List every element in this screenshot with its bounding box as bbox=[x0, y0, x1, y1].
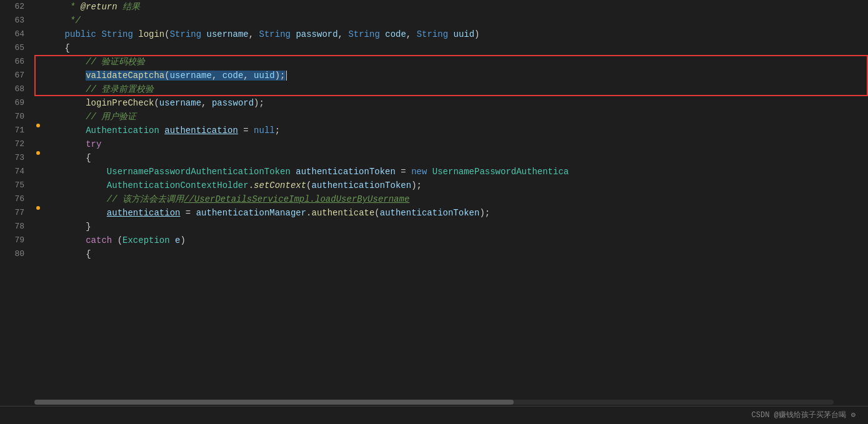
line-number-67: 67 bbox=[0, 69, 34, 82]
line-content-68: // 登录前置校验 bbox=[41, 82, 868, 96]
line-content-65: { bbox=[41, 41, 868, 55]
scrollbar-thumb[interactable] bbox=[34, 400, 514, 405]
bottom-bar: CSDN @赚钱给孩子买茅台喝 ⚙ bbox=[0, 406, 868, 424]
line-number-75: 75 bbox=[0, 179, 34, 192]
code-line-80: 80 { bbox=[0, 247, 868, 261]
line-number-78: 78 bbox=[0, 220, 34, 234]
gutter-dot-77 bbox=[36, 206, 40, 210]
line-number-69: 69 bbox=[0, 96, 34, 110]
line-number-63: 63 bbox=[0, 14, 34, 27]
gutter-77 bbox=[36, 206, 41, 210]
code-container: 62 * @return 结果 63 */ 64 public String l… bbox=[0, 0, 868, 398]
line-content-70: // 用户验证 bbox=[41, 110, 868, 124]
code-line-64: 64 public String login(String username, … bbox=[0, 27, 868, 41]
line-content-78: } bbox=[41, 220, 868, 234]
code-line-78: 78 } bbox=[0, 220, 868, 234]
code-line-65: 65 { bbox=[0, 41, 868, 55]
line-content-79: catch (Exception e) bbox=[41, 234, 868, 247]
line-content-75: AuthenticationContextHolder.setContext(a… bbox=[41, 179, 868, 192]
line-number-79: 79 bbox=[0, 234, 34, 247]
line-content-77: authentication = authenticationManager.a… bbox=[41, 206, 868, 220]
gutter-73 bbox=[36, 151, 41, 155]
code-line-69: 69 loginPreCheck(username, password); bbox=[0, 96, 868, 110]
horizontal-scrollbar[interactable] bbox=[34, 400, 834, 405]
line-number-71: 71 bbox=[0, 124, 34, 137]
code-line-79: 79 catch (Exception e) bbox=[0, 234, 868, 247]
gutter-71 bbox=[36, 124, 41, 127]
line-number-70: 70 bbox=[0, 110, 34, 124]
settings-icon: ⚙ bbox=[851, 410, 856, 420]
line-number-74: 74 bbox=[0, 165, 34, 179]
code-line-63: 63 */ bbox=[0, 14, 868, 27]
line-number-66: 66 bbox=[0, 55, 34, 69]
line-number-62: 62 bbox=[0, 0, 34, 14]
code-line-76: 76 // 该方法会去调用//UserDetailsServiceImpl.lo… bbox=[0, 192, 868, 206]
line-number-77: 77 bbox=[0, 206, 34, 220]
highlighted-block: 66 // 验证码校验 67 validateCaptcha(username,… bbox=[0, 55, 868, 96]
code-line-70: 70 // 用户验证 bbox=[0, 110, 868, 124]
code-line-74: 74 UsernamePasswordAuthenticationToken a… bbox=[0, 165, 868, 179]
code-line-67: 67 validateCaptcha(username, code, uuid)… bbox=[0, 69, 868, 82]
line-content-80: { bbox=[41, 247, 868, 261]
watermark: CSDN @赚钱给孩子买茅台喝 bbox=[752, 410, 846, 420]
line-content-67: validateCaptcha(username, code, uuid); bbox=[41, 69, 868, 82]
code-line-62: 62 * @return 结果 bbox=[0, 0, 868, 14]
code-line-72: 72 try bbox=[0, 137, 868, 151]
gutter-dot-71 bbox=[36, 124, 40, 127]
line-content-63: */ bbox=[41, 14, 868, 27]
line-content-71: Authentication authentication = null; bbox=[41, 124, 868, 137]
code-line-68: 68 // 登录前置校验 bbox=[0, 82, 868, 96]
code-line-66: 66 // 验证码校验 bbox=[0, 55, 868, 69]
line-content-69: loginPreCheck(username, password); bbox=[41, 96, 868, 110]
line-content-64: public String login(String username, Str… bbox=[41, 27, 868, 41]
line-number-80: 80 bbox=[0, 247, 34, 261]
code-line-75: 75 AuthenticationContextHolder.setContex… bbox=[0, 179, 868, 192]
code-line-77: 77 authentication = authenticationManage… bbox=[0, 206, 868, 220]
line-number-64: 64 bbox=[0, 27, 34, 41]
code-editor: 62 * @return 结果 63 */ 64 public String l… bbox=[0, 0, 868, 424]
line-content-76: // 该方法会去调用//UserDetailsServiceImpl.loadU… bbox=[41, 192, 868, 206]
line-content-73: { bbox=[41, 151, 868, 165]
line-number-73: 73 bbox=[0, 151, 34, 165]
line-content-62: * @return 结果 bbox=[41, 0, 868, 14]
line-number-76: 76 bbox=[0, 192, 34, 206]
line-number-68: 68 bbox=[0, 82, 34, 96]
line-number-72: 72 bbox=[0, 137, 34, 151]
line-content-74: UsernamePasswordAuthenticationToken auth… bbox=[41, 165, 868, 179]
code-line-71: 71 Authentication authentication = null; bbox=[0, 124, 868, 137]
gutter-dot-73 bbox=[36, 151, 40, 155]
code-line-73: 73 { bbox=[0, 151, 868, 165]
line-number-65: 65 bbox=[0, 41, 34, 55]
line-content-66: // 验证码校验 bbox=[41, 55, 868, 69]
line-content-72: try bbox=[41, 137, 868, 151]
